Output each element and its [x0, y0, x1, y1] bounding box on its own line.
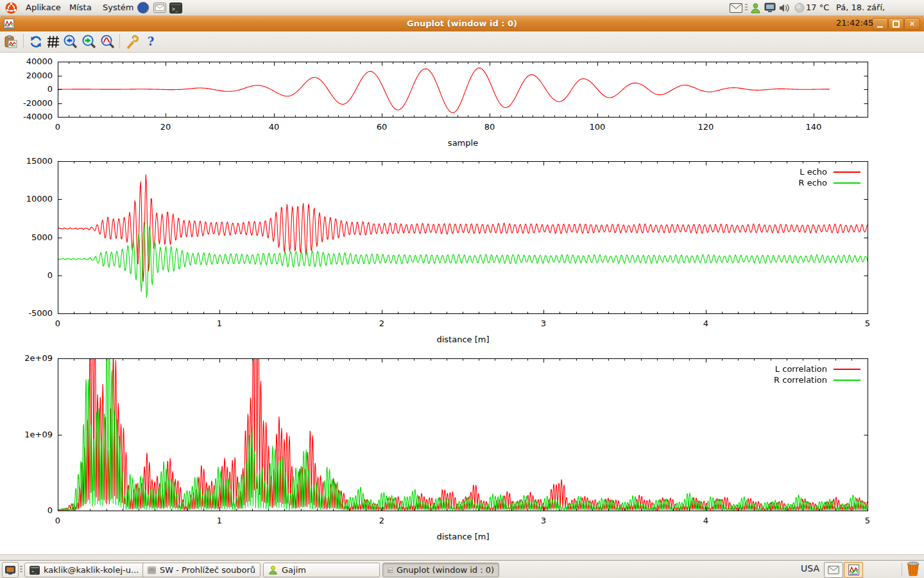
echo-plot[interactable]	[58, 161, 868, 314]
window-title: Gnuplot (window id : 0)	[0, 16, 924, 31]
zoom-previous-icon	[64, 35, 78, 49]
gnuplot-task-icon	[388, 565, 393, 575]
mail-notify-icon[interactable]	[729, 1, 743, 14]
taskbar: >_ kaklik@kaklik-kolej-u... SW - Prohlíž…	[0, 560, 924, 578]
ubuntu-logo-icon	[5, 2, 17, 14]
toolbar-separator	[119, 34, 120, 48]
terminal-icon: >_	[169, 3, 182, 13]
firefox-launcher[interactable]	[136, 1, 150, 15]
configure-button[interactable]	[124, 33, 141, 49]
terminal-task-icon: >_	[30, 566, 40, 575]
gnome-top-panel: Aplikace Místa Systém >_	[0, 0, 924, 16]
zoom-previous-button[interactable]	[62, 33, 79, 49]
task-label: kaklik@kaklik-kolej-u...	[44, 565, 139, 575]
task-label: Gnuplot (window id : 0)	[397, 565, 494, 575]
autoscale-icon	[101, 35, 115, 49]
gajim-icon	[268, 565, 278, 575]
task-file-manager[interactable]: SW - Prohlížeč souborů	[142, 563, 261, 577]
temperature-readout[interactable]: 17 °C	[806, 0, 829, 15]
zoom-next-icon	[82, 35, 96, 49]
refresh-icon	[29, 35, 43, 49]
volume-icon[interactable]	[778, 1, 792, 14]
help-button[interactable]: ?	[142, 33, 159, 49]
grid-icon	[47, 35, 60, 48]
pulse-plot[interactable]	[58, 62, 868, 118]
display-icon[interactable]	[763, 1, 777, 14]
window-titlebar[interactable]: Gnuplot (window id : 0) ✕	[0, 15, 924, 31]
trash-icon[interactable]	[906, 562, 920, 575]
wrench-icon	[125, 35, 139, 49]
task-gajim[interactable]: Gajim	[263, 563, 380, 577]
clock[interactable]: Pá, 18. září, 21:42:45	[836, 0, 924, 15]
tray-handle[interactable]	[745, 4, 748, 12]
grid-button[interactable]	[45, 33, 62, 49]
taskbar-handle	[20, 566, 22, 574]
refresh-button[interactable]	[28, 33, 44, 49]
autoscale-button[interactable]	[99, 33, 116, 49]
close-icon: ✕	[909, 19, 915, 29]
weather-icon[interactable]	[792, 1, 807, 14]
show-desktop-icon	[5, 566, 15, 575]
close-button[interactable]: ✕	[904, 18, 920, 30]
mail-icon	[153, 3, 166, 13]
maximize-button[interactable]	[888, 18, 904, 30]
zoom-next-button[interactable]	[81, 33, 98, 49]
svg-text:>_: >_	[172, 6, 178, 12]
toolbar-separator	[23, 34, 24, 48]
svg-text:>_: >_	[31, 568, 37, 574]
copy-plot-button[interactable]	[3, 33, 19, 49]
show-desktop-button[interactable]	[2, 562, 19, 578]
ubuntu-menu-icon[interactable]	[4, 1, 18, 15]
minimize-button[interactable]	[872, 18, 888, 30]
minimize-icon	[877, 26, 883, 28]
mail-launcher[interactable]	[153, 1, 167, 15]
corr-plot[interactable]	[58, 358, 868, 511]
menu-aplikace[interactable]: Aplikace	[19, 0, 67, 15]
keyboard-layout-indicator[interactable]: USA	[801, 563, 819, 574]
help-icon: ?	[148, 35, 155, 48]
menu-system[interactable]: Systém	[96, 0, 140, 15]
maximize-icon	[893, 21, 900, 28]
task-terminal[interactable]: >_ kaklik@kaklik-kolej-u...	[24, 563, 145, 577]
firefox-icon	[137, 1, 150, 14]
gnuplot-tray-icon[interactable]	[844, 562, 863, 578]
task-label: Gajim	[282, 565, 306, 575]
menu-mista[interactable]: Místa	[63, 0, 98, 15]
terminal-launcher[interactable]: >_	[169, 1, 183, 15]
taskbar-separator	[902, 563, 902, 576]
gnuplot-toolbar: ?	[0, 31, 924, 53]
mail-tray-icon[interactable]	[824, 562, 843, 578]
file-manager-icon	[148, 566, 156, 575]
copy-plot-icon	[4, 35, 17, 48]
charts-layer: -40000-200000200004000002040608010012014…	[0, 0, 924, 578]
task-label: SW - Prohlížeč souborů	[160, 565, 255, 575]
user-icon[interactable]	[748, 1, 762, 14]
task-gnuplot[interactable]: Gnuplot (window id : 0)	[382, 563, 499, 577]
